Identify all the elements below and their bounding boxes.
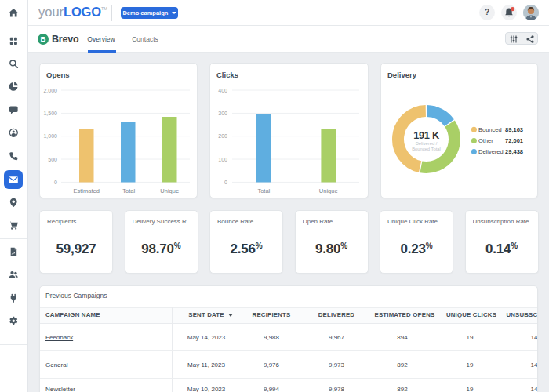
svg-text:191 K: 191 K [413, 129, 440, 141]
svg-text:500: 500 [48, 157, 57, 162]
svg-text:Estimated: Estimated [74, 187, 100, 194]
svg-text:72,001: 72,001 [505, 137, 523, 144]
svg-text:300: 300 [218, 111, 227, 116]
svg-text:Other: Other [478, 137, 493, 144]
svg-text:200: 200 [218, 133, 227, 139]
svg-text:0: 0 [224, 180, 227, 185]
svg-text:0: 0 [54, 180, 57, 185]
svg-text:Delivered /: Delivered / [416, 141, 438, 146]
svg-text:Unique: Unique [160, 187, 179, 194]
svg-text:1,500: 1,500 [43, 111, 57, 116]
svg-text:100: 100 [218, 157, 227, 162]
svg-text:Bounced Total: Bounced Total [412, 147, 441, 151]
svg-text:1,000: 1,000 [43, 133, 57, 139]
svg-text:Total: Total [257, 187, 270, 194]
svg-text:Unique: Unique [319, 187, 338, 194]
svg-text:400: 400 [218, 88, 227, 93]
svg-text:Delivered: Delivered [478, 148, 504, 155]
svg-text:29,438: 29,438 [505, 148, 523, 155]
svg-text:Bounced: Bounced [478, 126, 502, 133]
svg-text:89,163: 89,163 [505, 126, 523, 133]
svg-text:2,000: 2,000 [43, 88, 57, 93]
svg-text:Total: Total [122, 187, 135, 194]
